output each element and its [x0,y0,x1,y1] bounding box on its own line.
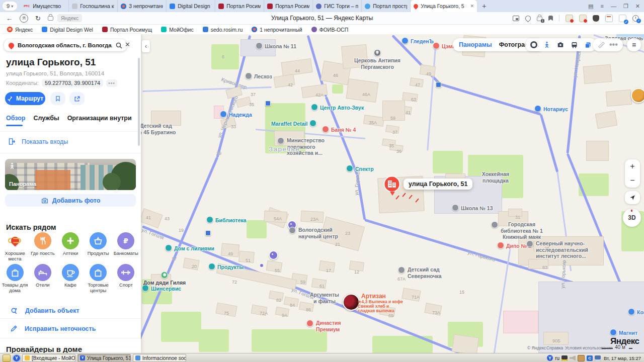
search-icon[interactable] [116,42,122,49]
ad-name[interactable]: Артизан [361,293,386,300]
picture-in-picture-icon[interactable] [513,16,519,21]
map-poi[interactable]: ДинастияПремиум [316,320,341,332]
extension-rosim2-icon[interactable] [579,15,587,22]
nearby-category-cup[interactable]: Кафе [56,264,84,294]
panoramas-button[interactable]: Панорамы [459,41,492,48]
tray-browser-icon[interactable]: Y [547,355,553,361]
map-poi[interactable]: Спектр [346,165,374,172]
map-poi[interactable]: Надежда [220,111,252,118]
help-link[interactable]: Справка [546,345,563,350]
place-marker[interactable] [383,175,400,195]
nearby-category-plus[interactable]: Аптеки [56,232,84,262]
more-icon[interactable]: ••• [106,79,117,87]
map-poi[interactable]: Детский сад№ 45 Буратино [141,123,176,135]
map-poi[interactable]: Заречье [269,145,300,153]
map-poi[interactable]: Аргументыи факты [310,292,339,304]
panorama-preview[interactable]: Панорама [5,159,136,190]
browser-tab[interactable]: Портал пространст [362,0,411,12]
map-poi[interactable]: ГледенЪ [401,37,434,45]
map-poi[interactable]: Баня № 4 [322,126,356,133]
extension-dark-icon[interactable] [593,15,599,22]
sidebar-scrollbar[interactable] [138,58,140,146]
add-object-link[interactable]: Добавить объект [10,307,79,315]
map-poi[interactable]: Компо [628,308,644,316]
more-tools-icon[interactable]: ••• [609,40,618,49]
photos-camera-icon[interactable] [556,41,565,48]
lock-icon[interactable] [48,16,53,21]
map-poi[interactable]: Хоккейнаяплощадка [482,171,509,184]
location-pin-icon[interactable] [524,14,532,22]
map-poi[interactable]: Библиотека [206,216,247,224]
browser-tab[interactable]: Портал Росимущес [215,0,264,12]
nearby-category-bag[interactable]: Товары для дома [1,264,29,294]
map-poi[interactable]: Шинсервис [142,285,181,292]
history-clock-icon[interactable]: ✓ [632,15,639,22]
map-canvas[interactable]: 44464242А46А6373533494763415935А37353657… [141,34,644,353]
yandex-home-icon[interactable]: Я [20,14,28,23]
nearby-category-dumbbell[interactable]: Спорт [112,264,140,294]
map-poi[interactable]: ★Дом дяди Гиляя [143,272,186,286]
zoom-in-button[interactable]: + [630,162,634,171]
tab-close-icon[interactable]: ✕ [469,4,474,9]
password-lock-icon[interactable]: 1 [537,17,542,21]
file-manager-icon[interactable] [3,354,11,362]
traffic-icon[interactable] [530,41,537,48]
menu-button[interactable]: ≡ [627,38,641,51]
map-poi[interactable]: Детский садСеверяночка [408,266,442,279]
browser-taskbar-icon[interactable]: Y [13,355,20,361]
close-window-button[interactable]: ✕ [635,3,640,10]
display-settings-icon[interactable] [561,355,568,361]
layers-icon[interactable] [584,41,592,49]
sight-pin-icon[interactable] [269,250,278,260]
menu-icon[interactable]: ≡ [600,3,603,9]
taskbar-button[interactable]: Informacionnoe soobshhe... [133,354,186,362]
taskbar-button[interactable]: [Входящие - МойОфис П... [22,354,75,362]
tab-organizations[interactable]: Организации внутри [67,115,132,122]
bookmark-item[interactable]: 1 непрочитанный [252,27,302,33]
ad-marker-artizan[interactable] [343,294,360,311]
nearby-category-food[interactable]: Где поесть [29,232,56,262]
map-poi[interactable]: Maraffet Detail [271,120,316,127]
notes-icon[interactable]: ✓ [619,15,626,22]
reload-button[interactable]: ↻ [35,15,41,22]
zoom-out-button[interactable]: − [630,176,634,185]
browser-tab[interactable]: 3 непрочитанных ча [118,0,167,12]
language-indicator[interactable]: ru [555,355,559,361]
fix-inaccuracy-link[interactable]: Исправить неточность [10,325,96,332]
extension-page-icon[interactable] [605,15,613,22]
bookmark-item[interactable]: ЯЯндекс [7,27,33,33]
bookmark-item[interactable]: Портал Росимущ [102,27,152,33]
marker-label[interactable]: улица Горького, 51 [404,178,472,190]
map-poi[interactable]: Лесхоз [245,72,272,80]
browser-tab[interactable]: РТСИмущество [20,0,69,12]
nearby-category-basket[interactable]: Продукты [85,232,112,262]
network-icon[interactable] [595,355,601,361]
taskbar-button[interactable]: YУлица Горького, 51 — Ян... [77,354,131,362]
back-button[interactable]: ← [6,15,13,22]
search-input[interactable]: Вологодская область, г. Вологда, ул. [4,39,127,51]
nearby-category-bag[interactable]: Торговые центры [85,264,112,294]
map-poi[interactable]: Школа № 11 [256,42,296,50]
c-app-icon[interactable]: C [587,355,593,361]
bookmark-flag-icon[interactable] [548,16,553,21]
browser-tab[interactable]: Госпошлина комнат [69,0,118,12]
bookmark-item[interactable]: МойОфис [161,27,194,33]
map-poi[interactable]: Городскаябиблиотека № 1Книжный маяк [501,221,543,240]
ruler-icon[interactable] [598,41,605,49]
nearby-category-bed[interactable]: Отели [29,264,56,294]
street-view-icon[interactable] [543,41,550,49]
browser-tab[interactable]: Улица Горького, 5✕ [411,0,477,12]
restore-button[interactable]: ❐ [623,3,628,10]
panel-icon[interactable]: ▤ [588,3,593,10]
clear-search-button[interactable]: ✕ [125,41,130,48]
show-entrances-link[interactable]: Показать входы [8,138,68,145]
bookmark-button[interactable] [50,92,65,105]
3d-view-button[interactable]: 3D [623,209,641,227]
bookmark-item[interactable]: Digital Design Wel [42,27,93,33]
map-poi[interactable]: Нотариус [534,105,568,113]
transport-bus-icon[interactable] [571,41,578,49]
coords-value[interactable]: 59.227703, 39.900174 [42,79,103,87]
extension-rosim-icon[interactable] [566,15,573,22]
map-poi[interactable]: Центр Авто-Звук [311,104,364,111]
map-poi[interactable]: Продукты [208,263,244,270]
